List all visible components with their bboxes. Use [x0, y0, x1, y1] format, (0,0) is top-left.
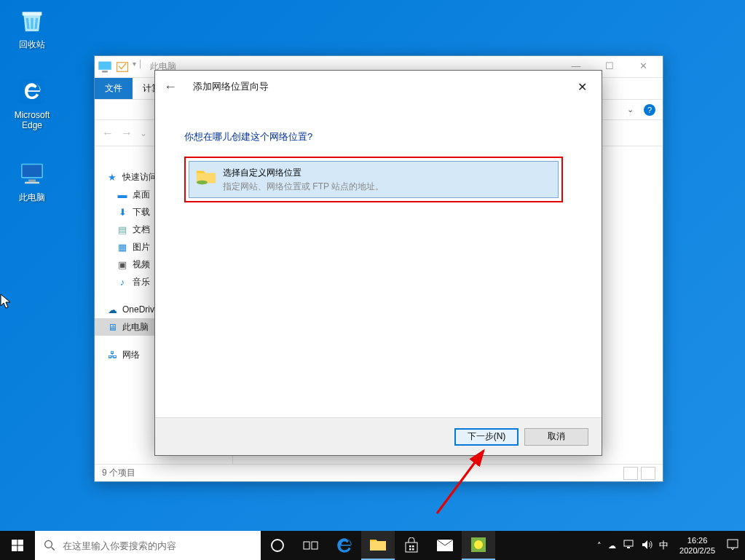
svg-rect-18 — [312, 542, 318, 549]
wizard-body: 你想在哪儿创建这个网络位置? 选择自定义网络位置 指定网站、网络位置或 FTP … — [155, 103, 602, 202]
qat-dropdown-icon[interactable]: ▾ │ — [133, 60, 147, 74]
desktop-icon-thispc[interactable]: 此电脑 — [4, 157, 60, 204]
pc-icon — [16, 157, 48, 189]
cancel-button[interactable]: 取消 — [524, 428, 588, 446]
taskbar-edge-icon[interactable] — [328, 531, 361, 560]
tray-onedrive-icon[interactable]: ☁ — [608, 541, 616, 551]
svg-rect-27 — [624, 540, 633, 546]
svg-rect-6 — [102, 71, 108, 73]
svg-rect-19 — [406, 543, 417, 552]
status-item-count: 9 个项目 — [102, 467, 135, 479]
nav-forward-icon[interactable]: → — [121, 127, 133, 140]
view-large-icon[interactable] — [641, 467, 655, 480]
wizard-back-icon[interactable]: ← — [164, 79, 177, 95]
wizard-title: 添加网络位置向导 — [193, 81, 572, 93]
svg-point-8 — [197, 181, 208, 185]
svg-point-16 — [272, 540, 283, 551]
taskbar-explorer-icon[interactable] — [361, 531, 395, 560]
star-icon: ★ — [106, 171, 118, 183]
network-icon: 🖧 — [106, 349, 118, 360]
pc-icon: 🖥 — [106, 321, 118, 333]
svg-rect-20 — [409, 545, 411, 548]
add-network-location-wizard: ← 添加网络位置向导 ✕ 你想在哪儿创建这个网络位置? 选择自定义网络位置 指定… — [154, 70, 602, 456]
taskbar-mail-icon[interactable] — [428, 531, 462, 560]
taskbar-tray: ˄ ☁ 中 16:26 2020/2/25 — [591, 531, 745, 560]
desktop-icon-recycle[interactable]: 回收站 — [4, 4, 60, 51]
wizard-option-desc: 指定网站、网络位置或 FTP 站点的地址。 — [223, 181, 384, 193]
svg-rect-23 — [412, 548, 414, 551]
svg-rect-10 — [12, 540, 17, 545]
pc-small-icon — [98, 60, 112, 74]
close-button[interactable]: ✕ — [626, 56, 660, 78]
taskbar-store-icon[interactable] — [395, 531, 428, 560]
videos-icon: ▣ — [117, 259, 128, 270]
wizard-close-icon[interactable]: ✕ — [572, 77, 593, 97]
start-button[interactable] — [0, 531, 35, 560]
explorer-statusbar: 9 个项目 — [95, 464, 663, 481]
tray-network-icon[interactable] — [623, 540, 634, 551]
search-input[interactable] — [63, 540, 252, 551]
tray-clock[interactable]: 16:26 2020/2/25 — [675, 535, 720, 556]
svg-rect-28 — [627, 547, 630, 548]
tray-notifications-icon[interactable] — [726, 538, 739, 553]
wizard-footer: 下一步(N) 取消 — [155, 417, 602, 455]
svg-rect-5 — [98, 61, 111, 69]
taskbar-apps — [261, 531, 495, 560]
next-button[interactable]: 下一步(N) — [454, 428, 519, 446]
qat-icon-1[interactable] — [115, 60, 130, 74]
tray-volume-icon[interactable] — [641, 540, 653, 551]
svg-rect-17 — [304, 542, 310, 549]
ribbon-expand-icon[interactable]: ⌄ — [627, 105, 634, 114]
taskbar-search[interactable] — [35, 531, 261, 560]
taskbar-cortana-icon[interactable] — [261, 531, 294, 560]
edge-icon — [16, 76, 48, 108]
desktop-icon-edge[interactable]: Microsoft Edge — [4, 76, 60, 130]
svg-rect-22 — [409, 548, 411, 551]
svg-rect-11 — [17, 540, 23, 545]
svg-rect-3 — [28, 179, 36, 181]
view-details-icon[interactable] — [623, 467, 638, 480]
download-icon: ⬇ — [117, 206, 128, 218]
svg-rect-13 — [17, 545, 23, 551]
taskbar-taskview-icon[interactable] — [294, 531, 328, 560]
wizard-option-title: 选择自定义网络位置 — [223, 167, 384, 179]
svg-rect-29 — [728, 540, 738, 548]
document-icon: ▤ — [117, 224, 128, 235]
music-icon: ♪ — [117, 276, 128, 288]
search-icon — [44, 539, 55, 552]
svg-point-26 — [474, 540, 483, 549]
recycle-bin-icon — [16, 4, 48, 36]
desktop-icon: ▬ — [117, 189, 128, 200]
wizard-option-highlight: 选择自定义网络位置 指定网站、网络位置或 FTP 站点的地址。 — [184, 157, 563, 202]
pictures-icon: ▦ — [117, 241, 128, 253]
desktop-icon-label: Microsoft Edge — [4, 110, 60, 130]
desktop-icon-label: 回收站 — [4, 39, 60, 51]
taskbar: ˄ ☁ 中 16:26 2020/2/25 — [0, 531, 745, 560]
wizard-option-custom[interactable]: 选择自定义网络位置 指定网站、网络位置或 FTP 站点的地址。 — [189, 161, 559, 198]
svg-rect-4 — [25, 182, 39, 184]
tray-ime[interactable]: 中 — [659, 539, 669, 552]
ribbon-tab-file[interactable]: 文件 — [95, 78, 133, 99]
nav-recent-icon[interactable]: ⌄ — [140, 128, 147, 138]
svg-line-15 — [52, 547, 55, 550]
help-icon[interactable]: ? — [644, 104, 655, 116]
cursor-icon — [0, 293, 13, 311]
svg-point-14 — [45, 540, 52, 548]
desktop-icon-label: 此电脑 — [4, 192, 60, 204]
taskbar-app-icon[interactable] — [462, 531, 495, 560]
tray-chevron-icon[interactable]: ˄ — [597, 541, 602, 551]
nav-back-icon[interactable]: ← — [102, 127, 114, 140]
onedrive-icon: ☁ — [106, 304, 118, 315]
wizard-titlebar: ← 添加网络位置向导 ✕ — [155, 71, 602, 103]
svg-rect-2 — [23, 165, 42, 177]
wizard-question: 你想在哪儿创建这个网络位置? — [184, 130, 572, 143]
folder-network-icon — [195, 167, 217, 187]
tray-date: 2020/2/25 — [679, 545, 715, 556]
svg-rect-21 — [412, 545, 414, 548]
tray-time: 16:26 — [679, 535, 715, 545]
svg-rect-12 — [12, 545, 17, 551]
